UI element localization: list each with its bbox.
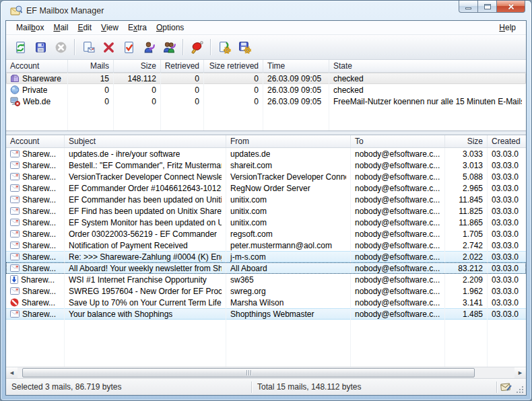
cell-account: Sharew... [6, 274, 65, 285]
mail-row[interactable]: Sharew...Your balance with ShophingsShop… [6, 308, 526, 320]
scrollbar-track[interactable] [18, 367, 514, 378]
cell-retrieved [161, 107, 204, 118]
cell-created: 03.03.0 [488, 262, 526, 274]
mail-row[interactable]: Sharew...All Aboard! Your weekly newslet… [6, 262, 526, 274]
scrollbar-thumb[interactable] [22, 368, 475, 377]
download-icon [10, 275, 18, 284]
account-row[interactable]: Web.de000026.03.09 09:05FreeMail-Nutzer … [6, 96, 526, 107]
cell-size-retrieved: 0 [204, 73, 263, 84]
cell-from [226, 342, 351, 354]
account-row[interactable] [6, 118, 526, 130]
menu-item-edit[interactable]: Edit [73, 22, 96, 34]
envelope-icon [10, 184, 20, 192]
reply-button[interactable] [139, 38, 158, 57]
column-header-created[interactable]: Created [488, 135, 526, 147]
mail-row[interactable]: Sharew...updates.de - ihre/your software… [6, 148, 526, 159]
horizontal-scrollbar[interactable]: ◄ ► [6, 367, 526, 378]
cell-retrieved [161, 118, 204, 130]
cell-account: Sharew... [6, 251, 65, 262]
ping-button[interactable] [187, 38, 206, 57]
delete-mail-button[interactable] [99, 38, 118, 57]
cell-from: updates.de [226, 148, 351, 159]
cell-size-retrieved [204, 130, 263, 131]
redirect-button[interactable] [160, 38, 178, 57]
column-header-size[interactable]: Size [114, 60, 161, 72]
cell-from: unitix.com [226, 194, 351, 205]
column-header-account[interactable]: Account [6, 135, 65, 147]
mail-row[interactable]: Sharew...WSI #1 Internet Franchise Oppor… [6, 274, 526, 285]
cell-to [351, 354, 445, 365]
export-button[interactable] [235, 38, 254, 57]
menu-item-mailbox[interactable]: Mailbox [11, 22, 48, 34]
column-header-mails[interactable]: Mails [68, 60, 114, 72]
scroll-right-button[interactable]: ► [514, 367, 526, 378]
account-row[interactable] [6, 130, 526, 131]
column-header-size-retrieved[interactable]: Size retrieved [204, 60, 263, 72]
mail-row[interactable]: Sharew...VersionTracker Developer Connec… [6, 171, 526, 182]
mark-mail-button[interactable] [119, 38, 138, 57]
account-row[interactable] [6, 107, 526, 118]
scroll-left-button[interactable]: ◄ [6, 367, 18, 378]
webde-account-icon [10, 97, 20, 106]
cell-time: 26.03.09 09:05 [263, 84, 329, 96]
mail-row[interactable]: Sharew...Bestell.: "EF Commander", Fritz… [6, 159, 526, 171]
cell-created [488, 342, 526, 354]
mail-row[interactable]: Sharew...Save Up to 70% on Your Current … [6, 297, 526, 308]
mail-row[interactable] [6, 320, 526, 331]
menu-item-view[interactable]: View [96, 22, 123, 34]
column-header-account[interactable]: Account [6, 60, 68, 72]
menu-item-help[interactable]: Help [494, 22, 521, 34]
envelope-icon [10, 230, 20, 238]
maximize-button[interactable] [478, 1, 497, 13]
menu-item-options[interactable]: Options [152, 22, 189, 34]
cell-created: 03.03.0 [488, 148, 526, 159]
column-header-retrieved[interactable]: Retrieved [161, 60, 204, 72]
column-header-subject[interactable]: Subject [65, 135, 226, 147]
check-mailboxes-icon [14, 41, 27, 54]
mail-row[interactable]: Sharew...Notification of Payment Receive… [6, 240, 526, 251]
mail-row[interactable]: Sharew...EF Commander Order #1046612643-… [6, 182, 526, 194]
menu-item-extra[interactable]: Extra [123, 22, 152, 34]
menu-item-mail[interactable]: Mail [48, 22, 73, 34]
column-header-time[interactable]: Time [263, 60, 329, 72]
mail-row[interactable]: Sharew...Re: >>> Shareware-Zahlung #0004… [6, 251, 526, 262]
cell-to: nobody@efsoftware.c... [351, 240, 445, 251]
column-header-to[interactable]: To [351, 135, 445, 147]
cell-size [114, 130, 161, 131]
envelope-icon [10, 287, 20, 295]
account-row[interactable]: Shareware15148.1120026.03.09 09:05checke… [6, 73, 526, 84]
cell-subject: Your balance with Shophings [65, 308, 226, 320]
column-header-state[interactable]: State [329, 60, 526, 72]
cell-from: sw365 [226, 274, 351, 285]
resize-grip[interactable] [514, 384, 524, 394]
title-bar[interactable]: EF Mailbox Manager [1, 1, 531, 20]
cell-account [6, 320, 65, 331]
mail-row[interactable]: Sharew...SWREG 1957604 - New Order for E… [6, 285, 526, 297]
cell-to: nobody@efsoftware.c... [351, 182, 445, 194]
mail-row[interactable]: Sharew...Order 03022003-56219 - EF Comma… [6, 228, 526, 240]
save-button[interactable] [31, 38, 50, 57]
mail-row[interactable] [6, 342, 526, 354]
stop-button[interactable] [51, 38, 70, 57]
mail-row[interactable]: Sharew...EF System Monitor has been upda… [6, 217, 526, 228]
column-header-from[interactable]: From [226, 135, 351, 147]
mail-row[interactable]: Sharew...EF Commander has been updated o… [6, 194, 526, 205]
cell-account: Sharew... [6, 262, 65, 274]
check-mailboxes-button[interactable] [11, 38, 30, 57]
status-mail-icon [497, 382, 514, 392]
mail-row[interactable]: Sharew...EF Find has been updated on Uni… [6, 205, 526, 217]
envelope-icon [10, 242, 20, 249]
mail-row[interactable] [6, 354, 526, 365]
minimize-button[interactable] [459, 1, 478, 13]
import-button[interactable] [215, 38, 234, 57]
column-header-size[interactable]: Size [445, 135, 488, 147]
minimize-icon [465, 7, 471, 9]
envelope-icon [10, 207, 20, 215]
mail-row[interactable] [6, 331, 526, 342]
view-mail-button[interactable] [79, 38, 98, 57]
close-button[interactable] [497, 1, 525, 13]
account-row[interactable]: Private000026.03.09 09:05checked [6, 84, 526, 96]
cell-from: RegNow Order Server [226, 182, 351, 194]
cell-created: 03.03.0 [488, 274, 526, 285]
cell-size [445, 331, 488, 342]
